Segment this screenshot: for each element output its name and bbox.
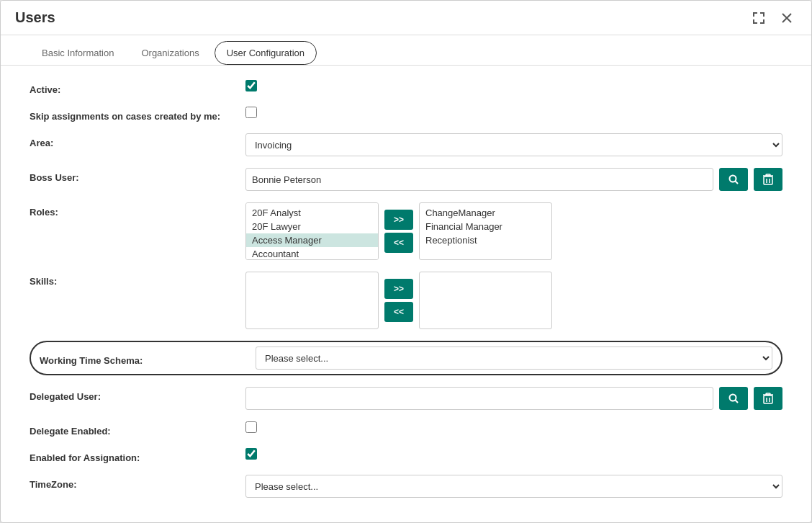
roles-label: Roles: (30, 202, 245, 218)
area-control: Invoicing HR Finance Operations (245, 133, 782, 156)
timezone-control: Please select... (245, 475, 782, 498)
skills-remove-button[interactable]: << (384, 302, 413, 322)
list-item[interactable]: Receptionist (420, 233, 551, 247)
tab-basic-information[interactable]: Basic Information (30, 41, 126, 65)
svg-point-9 (730, 395, 736, 401)
delegate-enabled-row: Delegate Enabled: (30, 421, 782, 437)
delegated-user-input[interactable] (245, 387, 713, 410)
list-item[interactable]: 20F Lawyer (246, 220, 378, 233)
roles-assigned-list[interactable]: ChangeManager Financial Manager Receptio… (419, 202, 552, 260)
svg-rect-4 (764, 176, 772, 184)
svg-rect-8 (766, 174, 770, 176)
tab-organizations[interactable]: Organizations (129, 41, 211, 65)
roles-add-button[interactable]: >> (384, 210, 413, 230)
delegated-user-label: Delegated User: (30, 387, 245, 402)
roles-row: Roles: 20F Analyst 20F Lawyer Access Man… (30, 202, 782, 260)
delegate-enabled-label: Delegate Enabled: (30, 421, 245, 437)
roles-arrows: >> << (379, 210, 419, 253)
boss-user-input[interactable] (245, 168, 713, 191)
skip-control (245, 107, 782, 118)
list-item[interactable]: Accountant (246, 247, 378, 260)
list-item[interactable]: Access Manager (246, 233, 378, 247)
svg-rect-15 (766, 393, 770, 395)
skills-label: Skills: (30, 272, 245, 287)
area-label: Area: (30, 133, 245, 148)
close-button[interactable] (777, 11, 797, 25)
skills-control: >> << (245, 272, 782, 329)
list-item[interactable]: 20F Analyst (246, 206, 378, 220)
active-checkbox[interactable] (245, 80, 257, 91)
area-dropdown[interactable]: Invoicing HR Finance Operations (245, 133, 782, 156)
working-time-inner: Working Time Schema: Please select... (40, 347, 772, 370)
active-label: Active: (30, 80, 245, 95)
boss-user-delete-button[interactable] (754, 168, 782, 191)
timezone-row: TimeZone: Please select... (30, 475, 782, 498)
boss-user-control (245, 168, 782, 191)
header-actions (748, 10, 797, 26)
list-item[interactable]: Financial Manager (420, 220, 551, 233)
skills-available-list[interactable] (245, 272, 379, 329)
delegated-user-row: Delegated User: (30, 387, 782, 410)
boss-user-search-button[interactable] (719, 168, 748, 191)
skills-add-button[interactable]: >> (384, 279, 413, 299)
skills-assigned-list[interactable] (419, 272, 552, 329)
roles-remove-button[interactable]: << (384, 233, 413, 253)
skip-row: Skip assignments on cases created by me: (30, 107, 782, 122)
modal-title: Users (15, 9, 55, 26)
enabled-for-assignation-control (245, 448, 782, 460)
roles-control: 20F Analyst 20F Lawyer Access Manager Ac… (245, 202, 782, 260)
delegated-user-control (245, 387, 782, 410)
skills-arrows: >> << (379, 279, 419, 322)
svg-rect-11 (764, 395, 772, 403)
enabled-for-assignation-label: Enabled for Assignation: (30, 448, 245, 463)
timezone-label: TimeZone: (30, 475, 245, 490)
roles-available-list[interactable]: 20F Analyst 20F Lawyer Access Manager Ac… (245, 202, 379, 260)
working-time-control: Please select... (256, 347, 772, 370)
skip-checkbox[interactable] (245, 107, 257, 118)
delegate-enabled-control (245, 421, 782, 433)
active-control (245, 80, 782, 91)
active-row: Active: (30, 80, 782, 95)
delegate-enabled-checkbox[interactable] (245, 421, 257, 433)
working-time-label: Working Time Schema: (40, 351, 256, 366)
enabled-for-assignation-row: Enabled for Assignation: (30, 448, 782, 463)
timezone-dropdown[interactable]: Please select... (245, 475, 782, 498)
roles-dual-list: 20F Analyst 20F Lawyer Access Manager Ac… (245, 202, 552, 260)
tab-user-configuration[interactable]: User Configuration (215, 41, 317, 65)
list-item[interactable]: ChangeManager (420, 206, 551, 220)
svg-line-10 (736, 401, 739, 403)
fullscreen-button[interactable] (748, 10, 770, 26)
modal-container: Users Basic Information Organizations (0, 0, 812, 523)
modal-body: Active: Skip assignments on cases create… (1, 66, 811, 522)
modal-header: Users (1, 1, 811, 35)
boss-user-label: Boss User: (30, 168, 245, 183)
delegated-user-search-button[interactable] (719, 387, 748, 410)
delegated-user-delete-button[interactable] (754, 387, 782, 410)
working-time-dropdown[interactable]: Please select... (256, 347, 772, 370)
svg-line-3 (736, 182, 739, 184)
area-row: Area: Invoicing HR Finance Operations (30, 133, 782, 156)
skills-dual-list: >> << (245, 272, 552, 329)
svg-point-2 (730, 176, 736, 182)
skip-label: Skip assignments on cases created by me: (30, 107, 245, 122)
enabled-for-assignation-checkbox[interactable] (245, 448, 257, 460)
working-time-schema-row: Working Time Schema: Please select... (30, 341, 782, 375)
tabs-row: Basic Information Organizations User Con… (1, 35, 811, 66)
boss-user-row: Boss User: (30, 168, 782, 191)
skills-row: Skills: >> << (30, 272, 782, 329)
